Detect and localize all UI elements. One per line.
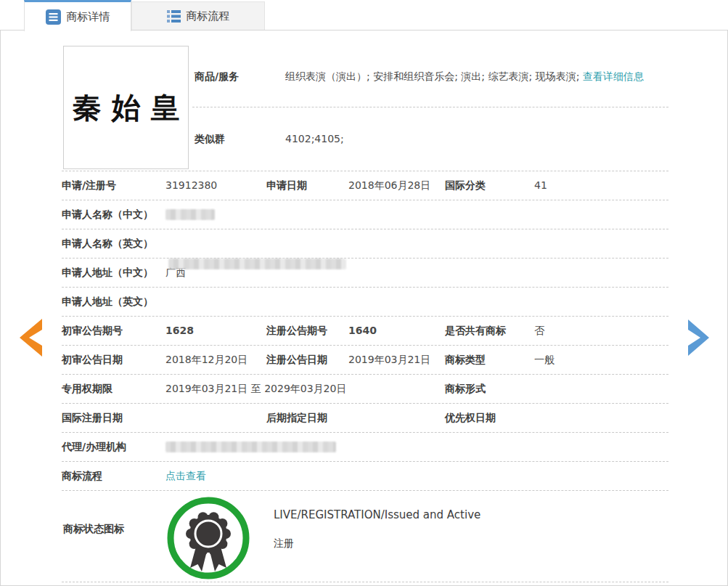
app-date-value: 2018年06月28日 bbox=[348, 171, 430, 200]
reg-gazette-date-label: 注册公告日期 bbox=[266, 346, 327, 374]
flow-link-wrap: 点击查看 bbox=[165, 462, 206, 490]
applicant-en-name-label: 申请人名称（英文） bbox=[62, 229, 153, 258]
view-details-link[interactable]: 查看详细信息 bbox=[583, 70, 644, 82]
trial-gazette-date-value: 2018年12月20日 bbox=[165, 346, 248, 374]
next-arrow-button[interactable] bbox=[687, 318, 713, 357]
applicant-cn-addr-value: 广西 bbox=[165, 259, 168, 287]
flow-label: 商标流程 bbox=[62, 462, 102, 490]
applicant-cn-name-label: 申请人名称（中文） bbox=[62, 200, 153, 229]
table-row: 商标流程 点击查看 bbox=[62, 462, 668, 491]
tab-label: 商标流程 bbox=[187, 9, 230, 23]
table-row: 申请人名称（英文） bbox=[62, 229, 668, 259]
trademark-text: 秦始皇 bbox=[62, 88, 190, 128]
tab-trademark-detail[interactable]: 商标详情 bbox=[24, 0, 131, 31]
priority-date-label: 优先权日期 bbox=[445, 404, 496, 432]
applicant-en-addr-label: 申请人地址（英文） bbox=[62, 288, 153, 316]
trial-gazette-no-label: 初审公告期号 bbox=[62, 317, 123, 345]
table-row: 申请人地址（英文） bbox=[62, 288, 668, 317]
applicant-cn-addr-label: 申请人地址（中文） bbox=[62, 259, 153, 287]
table-row: 初审公告期号 1628 注册公告期号 1640 是否共有商标 否 bbox=[62, 317, 668, 346]
table-row: 申请/注册号 31912380 申请日期 2018年06月28日 国际分类 41 bbox=[62, 171, 668, 200]
agency-label: 代理/办理机构 bbox=[62, 433, 126, 461]
reg-no-label: 申请/注册号 bbox=[62, 171, 116, 200]
detail-content: 秦始皇 商品/服务 组织表演（演出）; 安排和组织音乐会; 演出; 综艺表演; … bbox=[0, 30, 728, 586]
tab-label: 商标详情 bbox=[67, 10, 110, 24]
mark-type-label: 商标类型 bbox=[445, 346, 486, 374]
status-row: 商标状态图标 LIVE/REGISTRATION/Is bbox=[62, 491, 668, 582]
similar-group-label: 类似群 bbox=[195, 133, 225, 146]
reg-gazette-no-label: 注册公告期号 bbox=[266, 317, 327, 345]
mark-form-label: 商标形式 bbox=[445, 375, 486, 403]
prev-arrow-button[interactable] bbox=[15, 317, 44, 359]
status-icon-label: 商标状态图标 bbox=[63, 523, 124, 536]
document-list-icon bbox=[46, 9, 61, 25]
click-to-view-link[interactable]: 点击查看 bbox=[165, 470, 206, 481]
trial-gazette-no-value: 1628 bbox=[165, 317, 194, 345]
table-row: 申请人名称（中文） bbox=[62, 200, 668, 229]
goods-services-value: 组织表演（演出）; 安排和组织音乐会; 演出; 综艺表演; 现场表演; 查看详细… bbox=[285, 70, 644, 84]
trial-gazette-date-label: 初审公告日期 bbox=[62, 346, 123, 374]
app-date-label: 申请日期 bbox=[266, 171, 307, 200]
intl-class-value: 41 bbox=[534, 171, 547, 200]
exclusive-term-label: 专用权期限 bbox=[62, 375, 113, 403]
similar-group-value: 4102;4105; bbox=[285, 133, 344, 145]
intl-reg-date-label: 国际注册日期 bbox=[62, 404, 123, 432]
table-row: 代理/办理机构 bbox=[62, 433, 668, 462]
mark-type-value: 一般 bbox=[534, 346, 555, 374]
applicant-cn-addr-redacted bbox=[168, 259, 346, 269]
trademark-image: 秦始皇 bbox=[63, 46, 189, 169]
table-row: 专用权期限 2019年03月21日 至 2029年03月20日 商标形式 bbox=[62, 375, 668, 404]
reg-no-value: 31912380 bbox=[165, 171, 217, 200]
registered-status-badge-icon bbox=[166, 496, 250, 580]
reg-gazette-no-value: 1640 bbox=[348, 317, 377, 345]
intl-class-label: 国际分类 bbox=[445, 171, 486, 200]
table-row: 申请人地址（中文） 广西 bbox=[62, 259, 668, 288]
reg-gazette-date-value: 2019年03月21日 bbox=[348, 346, 430, 374]
table-row: 初审公告日期 2018年12月20日 注册公告日期 2019年03月21日 商标… bbox=[62, 346, 668, 375]
trademark-detail-page: 国 商 标 国 国 商 标 国 国 商 标 商标详情 商标流程 秦始皇 bbox=[0, 0, 728, 586]
tab-bar: 商标详情 商标流程 bbox=[0, 0, 728, 30]
flow-list-icon bbox=[167, 10, 181, 23]
tab-trademark-flow[interactable]: 商标流程 bbox=[131, 1, 265, 30]
goods-services-label: 商品/服务 bbox=[195, 70, 239, 84]
status-text-en: LIVE/REGISTRATION/Issued and Active bbox=[274, 508, 480, 521]
table-row: 国际注册日期 后期指定日期 优先权日期 bbox=[62, 404, 668, 433]
status-text-cn: 注册 bbox=[274, 537, 294, 550]
co-owned-label: 是否共有商标 bbox=[445, 317, 506, 345]
later-designation-date-label: 后期指定日期 bbox=[266, 404, 327, 432]
co-owned-value: 否 bbox=[534, 317, 544, 345]
divider bbox=[192, 107, 668, 107]
exclusive-term-value: 2019年03月21日 至 2029年03月20日 bbox=[165, 375, 346, 403]
